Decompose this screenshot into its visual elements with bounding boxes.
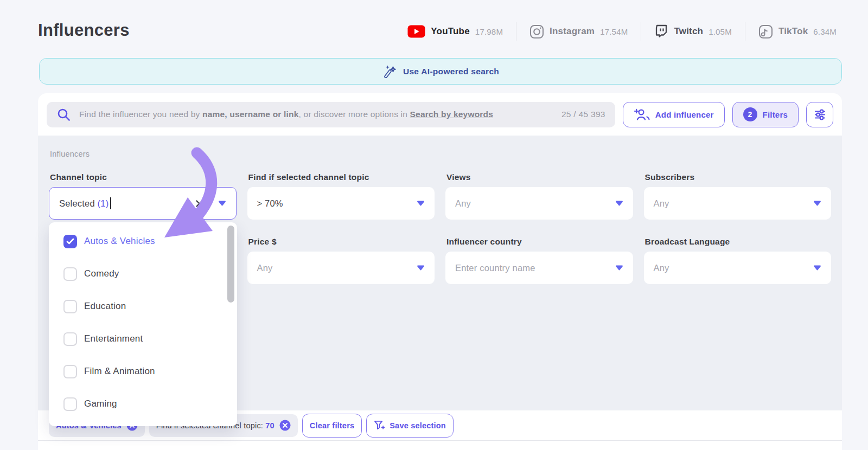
option-label: Entertainment [84, 333, 143, 344]
filters-label: Filters [763, 110, 788, 119]
filter-country: Influencer country Enter country name [445, 237, 633, 284]
checkbox-unchecked[interactable] [63, 300, 77, 313]
add-influencer-button[interactable]: Add influencer [623, 102, 725, 127]
option-label: Autos & Vehicles [84, 236, 155, 247]
filter-label: Broadcast Language [645, 237, 832, 247]
filter-language: Broadcast Language Any [644, 237, 832, 284]
clear-filters-label: Clear filters [310, 421, 354, 430]
platform-tab-instagram[interactable]: Instagram 17.54M [529, 24, 628, 39]
filter-label: Channel topic [50, 172, 237, 182]
platform-count: 6.34M [813, 27, 837, 36]
views-select[interactable]: Any [445, 187, 633, 220]
dropdown-scrollbar[interactable] [227, 226, 234, 303]
filter-subscribers: Subscribers Any [644, 172, 832, 220]
ai-search-label: Use AI-powered search [403, 67, 499, 76]
divider [745, 22, 745, 41]
filters-count-badge: 2 [743, 107, 757, 121]
page-title: Influencers [38, 21, 130, 40]
price-select[interactable]: Any [247, 252, 435, 284]
tiktok-icon [758, 24, 773, 39]
save-selection-button[interactable]: Save selection [366, 414, 454, 438]
chevron-down-icon [813, 201, 821, 206]
country-input[interactable]: Enter country name [445, 252, 633, 284]
magic-wand-icon [382, 64, 397, 79]
search-input[interactable]: Find the influencer you need by name, us… [47, 102, 615, 127]
ai-search-banner[interactable]: Use AI-powered search [39, 58, 842, 85]
funnel-plus-icon [374, 420, 385, 430]
chevron-down-icon[interactable] [218, 201, 226, 206]
option-label: Education [84, 301, 126, 312]
dropdown-option[interactable]: Entertainment [49, 323, 237, 355]
chevron-down-icon [615, 265, 623, 271]
divider [516, 22, 516, 41]
twitch-icon [654, 24, 668, 39]
search-icon [56, 107, 71, 122]
channel-topic-select[interactable]: Selected (1) [49, 187, 237, 220]
filters-button[interactable]: 2 Filters [732, 102, 799, 127]
platform-name: YouTube [431, 26, 470, 37]
filter-label: Views [446, 172, 633, 182]
channel-topic-dropdown: Autos & Vehicles Comedy Education Entert… [49, 222, 237, 426]
platform-name: Instagram [550, 26, 595, 37]
platform-count: 17.98M [475, 27, 503, 36]
subscribers-select[interactable]: Any [644, 187, 832, 220]
option-label: Film & Animation [84, 366, 155, 377]
filter-channel-topic: Channel topic Selected (1) [49, 172, 237, 220]
filter-price: Price $ Any [247, 237, 435, 284]
checkbox-unchecked[interactable] [63, 397, 77, 411]
sliders-icon [813, 107, 827, 122]
filter-views: Views Any [445, 172, 633, 220]
add-user-icon [634, 107, 650, 121]
search-toolbar: Find the influencer you need by name, us… [38, 93, 842, 136]
filter-label: Find if selected channel topic [248, 172, 435, 182]
platform-tabs: YouTube 17.98M Instagram 17.54M Twitch 1… [407, 22, 837, 41]
save-selection-label: Save selection [390, 421, 446, 430]
search-placeholder: Find the influencer you need by name, us… [79, 110, 493, 119]
dropdown-option[interactable]: Comedy [49, 258, 237, 290]
filter-topic-match: Find if selected channel topic > 70% [247, 172, 435, 220]
filter-label: Subscribers [645, 172, 832, 182]
text-cursor [110, 197, 111, 209]
dropdown-option[interactable]: Gaming [49, 388, 237, 420]
language-select[interactable]: Any [644, 252, 832, 284]
platform-tab-tiktok[interactable]: TikTok 6.34M [758, 24, 837, 39]
platform-tab-twitch[interactable]: Twitch 1.05M [654, 24, 731, 39]
option-label: Gaming [84, 398, 117, 409]
platform-count: 1.05M [709, 27, 732, 36]
chevron-down-icon [813, 265, 821, 271]
filter-settings-button[interactable] [806, 102, 833, 127]
results-count: 25 / 45 393 [561, 110, 605, 119]
filters-section-label: Influencers [50, 150, 831, 158]
search-by-keywords-link[interactable]: Search by keywords [410, 110, 494, 119]
topic-match-select[interactable]: > 70% [247, 187, 435, 220]
dropdown-option[interactable]: Education [49, 290, 237, 323]
checkbox-unchecked[interactable] [63, 365, 77, 378]
platform-tab-youtube[interactable]: YouTube 17.98M [407, 25, 503, 38]
clear-selection-icon[interactable] [195, 199, 204, 208]
instagram-icon [529, 24, 544, 39]
dropdown-option[interactable]: Film & Animation [49, 355, 237, 388]
filter-label: Price $ [248, 237, 435, 247]
option-label: Comedy [84, 268, 119, 279]
divider [641, 22, 641, 41]
filter-label: Influencer country [446, 237, 633, 247]
youtube-icon [407, 25, 425, 38]
dropdown-option[interactable]: Autos & Vehicles [49, 225, 237, 258]
platform-name: TikTok [778, 26, 808, 37]
platform-count: 17.54M [600, 27, 628, 36]
chevron-down-icon [615, 201, 623, 206]
checkbox-unchecked[interactable] [63, 267, 77, 281]
chevron-down-icon [417, 201, 425, 206]
clear-filters-button[interactable]: Clear filters [302, 414, 362, 438]
checkbox-unchecked[interactable] [63, 332, 77, 346]
platform-name: Twitch [674, 26, 703, 37]
checkbox-checked[interactable] [63, 235, 77, 248]
chevron-down-icon [417, 265, 425, 271]
add-influencer-label: Add influencer [655, 110, 714, 119]
remove-chip-icon[interactable] [279, 420, 291, 431]
